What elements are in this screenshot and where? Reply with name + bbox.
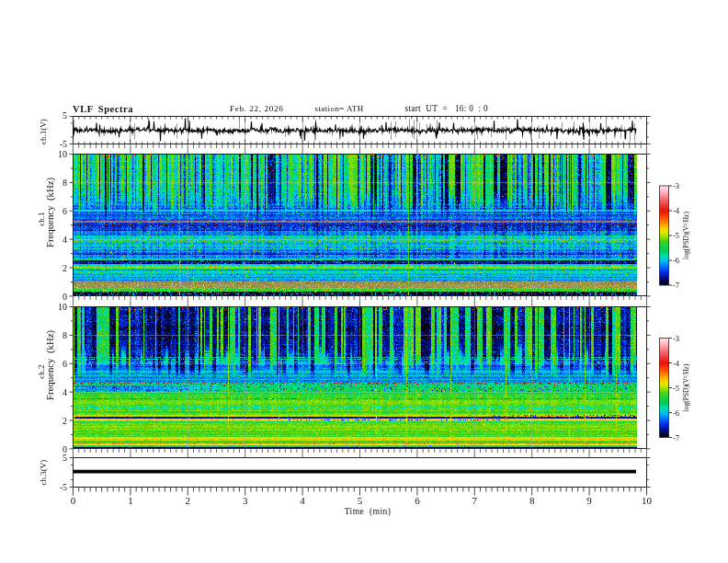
svg-text:-5: -5	[60, 482, 67, 492]
svg-text:8: 8	[63, 330, 67, 340]
svg-text:-7: -7	[673, 433, 679, 442]
svg-text:Frequency (kHz): Frequency (kHz)	[44, 178, 56, 248]
svg-text:VLF Spectra: VLF Spectra	[73, 104, 133, 114]
svg-text:6: 6	[63, 206, 67, 216]
svg-text:station= ATH: station= ATH	[315, 104, 364, 113]
svg-text:10: 10	[58, 302, 67, 312]
svg-text:ch.3(V): ch.3(V)	[39, 460, 48, 486]
svg-text:6: 6	[63, 359, 67, 369]
svg-text:-6: -6	[673, 408, 679, 418]
svg-text:Feb. 22, 2026: Feb. 22, 2026	[230, 104, 283, 113]
svg-text:-5: -5	[673, 384, 679, 393]
svg-text:-6: -6	[673, 256, 679, 265]
svg-text:3: 3	[243, 495, 248, 506]
svg-text:Frequency (kHz): Frequency (kHz)	[44, 330, 56, 401]
svg-text:7: 7	[472, 495, 478, 506]
svg-text:ch.1(V): ch.1(V)	[39, 119, 48, 144]
svg-text:10: 10	[642, 495, 653, 506]
svg-text:4: 4	[63, 387, 67, 397]
svg-text:0: 0	[71, 495, 76, 506]
svg-text:-5: -5	[673, 231, 679, 240]
svg-text:Time (min): Time (min)	[345, 506, 392, 517]
svg-text:8: 8	[529, 495, 535, 506]
svg-text:2: 2	[63, 263, 67, 273]
svg-text:log(PSD)(V²/Hz): log(PSD)(V²/Hz)	[682, 212, 690, 259]
svg-text:9: 9	[586, 495, 592, 506]
svg-text:2: 2	[63, 416, 67, 426]
svg-text:10: 10	[58, 149, 67, 159]
svg-text:-5: -5	[60, 139, 67, 149]
svg-text:6: 6	[415, 495, 420, 506]
svg-text:4: 4	[63, 235, 67, 245]
svg-text:-3: -3	[673, 334, 679, 343]
svg-text:5: 5	[358, 495, 363, 506]
svg-text:1: 1	[128, 495, 133, 506]
svg-text:-4: -4	[673, 359, 680, 368]
svg-text:8: 8	[63, 178, 67, 188]
svg-text:5: 5	[63, 453, 67, 463]
svg-text:-4: -4	[673, 206, 680, 215]
svg-text:start UT = 16: 0 : 0: start UT = 16: 0 : 0	[405, 104, 489, 113]
svg-text:5: 5	[63, 110, 67, 121]
svg-text:-3: -3	[673, 181, 679, 190]
svg-text:log(PSD)(V²/Hz): log(PSD)(V²/Hz)	[682, 363, 690, 411]
svg-text:2: 2	[186, 495, 191, 506]
svg-text:4: 4	[300, 495, 305, 506]
svg-text:0: 0	[63, 292, 67, 302]
svg-text:-7: -7	[673, 281, 679, 290]
